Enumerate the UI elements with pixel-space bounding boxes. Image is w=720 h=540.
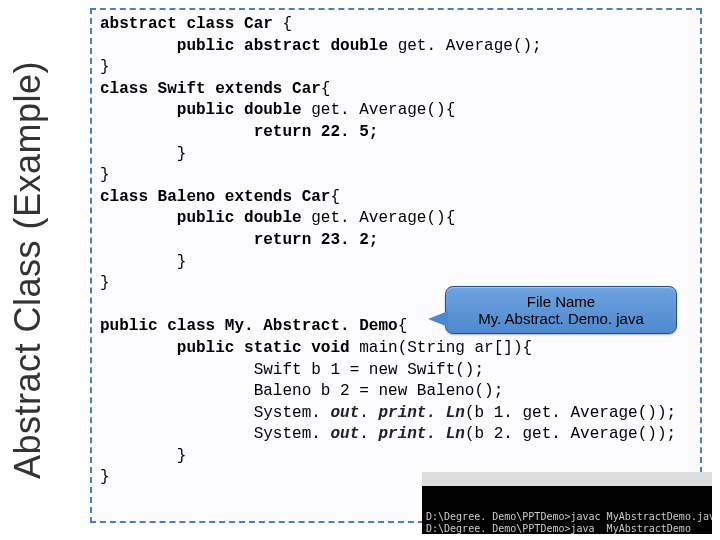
brace: } (100, 145, 186, 163)
kw: public double (100, 101, 311, 119)
cls: Swift (158, 80, 206, 98)
kw: public abstract double (100, 37, 398, 55)
terminal-window: C:\WINDOWS\system32\cmd.exe D:\Degree. D… (422, 472, 712, 534)
kw: class (100, 188, 158, 206)
kw: abstract class (100, 15, 244, 33)
dot: . (359, 404, 378, 422)
method: get. Average (311, 101, 426, 119)
kw: public class (100, 317, 225, 335)
brace: } (100, 253, 186, 271)
terminal-line: D:\Degree. Demo\PPTDemo>javac MyAbstract… (426, 511, 712, 522)
brace: { (330, 188, 340, 206)
brace: { (398, 317, 408, 335)
paren: (String ar[]){ (398, 339, 532, 357)
paren: (){ (426, 209, 455, 227)
terminal-line: D:\Degree. Demo\PPTDemo>java MyAbstractD… (426, 523, 691, 534)
filename-callout: File Name My. Abstract. Demo. java (445, 286, 677, 334)
stmt: Swift b 1 = new Swift(); (100, 361, 484, 379)
brace: } (100, 274, 110, 292)
brace: } (100, 58, 110, 76)
brace: { (273, 15, 292, 33)
method: main (359, 339, 397, 357)
static-ref: print. Ln (378, 425, 464, 443)
slide: Abstract Class (Example) abstract class … (0, 0, 720, 540)
method: get. Average (311, 209, 426, 227)
stmt: System. (100, 425, 330, 443)
kw: public static void (100, 339, 359, 357)
brace: { (321, 80, 331, 98)
brace: } (100, 468, 110, 486)
paren: (); (513, 37, 542, 55)
static-ref: out (330, 425, 359, 443)
brace: } (100, 447, 186, 465)
static-ref: out (330, 404, 359, 422)
stmt: return 22. 5; (100, 123, 378, 141)
cls: Car (292, 80, 321, 98)
stmt: Baleno b 2 = new Baleno(); (100, 382, 503, 400)
cls: My. Abstract. Demo (225, 317, 398, 335)
code-block: abstract class Car { public abstract dou… (100, 14, 692, 489)
kw: extends (215, 188, 301, 206)
callout-line1: File Name (527, 293, 595, 310)
stmt: System. (100, 404, 330, 422)
paren: (){ (426, 101, 455, 119)
paren: (b 2. get. Average()); (465, 425, 676, 443)
cls: Car (244, 15, 273, 33)
kw: class (100, 80, 158, 98)
stmt: return 23. 2; (100, 231, 378, 249)
paren: (b 1. get. Average()); (465, 404, 676, 422)
cls: Car (302, 188, 331, 206)
terminal-titlebar: C:\WINDOWS\system32\cmd.exe (422, 472, 712, 486)
method: get. Average (398, 37, 513, 55)
kw: public double (100, 209, 311, 227)
callout-line2: My. Abstract. Demo. java (478, 310, 644, 327)
cls: Baleno (158, 188, 216, 206)
code-box: abstract class Car { public abstract dou… (90, 8, 702, 523)
brace: } (100, 166, 110, 184)
slide-title: Abstract Class (Example) (2, 0, 54, 540)
dot: . (359, 425, 378, 443)
kw: extends (206, 80, 292, 98)
static-ref: print. Ln (378, 404, 464, 422)
